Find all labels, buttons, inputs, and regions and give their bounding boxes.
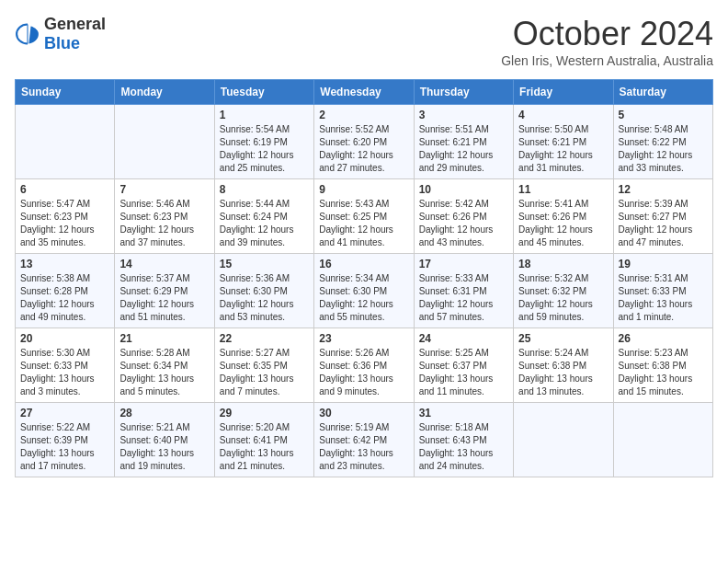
calendar-cell: 3Sunrise: 5:51 AMSunset: 6:21 PMDaylight… — [414, 105, 513, 179]
calendar-cell: 5Sunrise: 5:48 AMSunset: 6:22 PMDaylight… — [613, 105, 712, 179]
day-info: Sunrise: 5:43 AMSunset: 6:25 PMDaylight:… — [319, 198, 408, 249]
day-info: Sunrise: 5:24 AMSunset: 6:38 PMDaylight:… — [518, 347, 608, 398]
day-number: 23 — [319, 332, 408, 345]
day-number: 16 — [319, 258, 408, 270]
day-number: 8 — [220, 183, 309, 196]
day-info: Sunrise: 5:26 AMSunset: 6:36 PMDaylight:… — [319, 347, 408, 398]
day-info: Sunrise: 5:46 AMSunset: 6:23 PMDaylight:… — [119, 198, 209, 249]
weekday-header-sunday: Sunday — [16, 80, 115, 105]
logo-blue: Blue — [44, 34, 80, 52]
day-info: Sunrise: 5:39 AMSunset: 6:27 PMDaylight:… — [619, 198, 708, 249]
logo-icon — [15, 21, 40, 47]
day-number: 13 — [20, 258, 109, 270]
day-number: 11 — [518, 183, 608, 196]
day-info: Sunrise: 5:23 AMSunset: 6:38 PMDaylight:… — [619, 347, 708, 398]
calendar-week-5: 27Sunrise: 5:22 AMSunset: 6:39 PMDayligh… — [16, 403, 713, 477]
day-number: 10 — [419, 183, 508, 196]
day-number: 5 — [619, 109, 708, 121]
calendar-cell: 28Sunrise: 5:21 AMSunset: 6:40 PMDayligh… — [115, 403, 214, 477]
day-number: 30 — [319, 407, 408, 419]
day-info: Sunrise: 5:34 AMSunset: 6:30 PMDaylight:… — [319, 272, 408, 324]
calendar-cell: 1Sunrise: 5:54 AMSunset: 6:19 PMDaylight… — [214, 105, 313, 179]
calendar-cell: 29Sunrise: 5:20 AMSunset: 6:41 PMDayligh… — [214, 403, 313, 477]
day-number: 17 — [419, 258, 508, 270]
location: Glen Iris, Western Australia, Australia — [501, 53, 713, 68]
day-info: Sunrise: 5:54 AMSunset: 6:19 PMDaylight:… — [220, 123, 309, 175]
calendar-cell: 15Sunrise: 5:36 AMSunset: 6:30 PMDayligh… — [214, 254, 313, 328]
weekday-header-saturday: Saturday — [613, 80, 712, 105]
month-title: October 2024 — [501, 15, 713, 53]
day-info: Sunrise: 5:48 AMSunset: 6:22 PMDaylight:… — [619, 123, 708, 175]
calendar-cell: 24Sunrise: 5:25 AMSunset: 6:37 PMDayligh… — [414, 328, 513, 403]
day-info: Sunrise: 5:42 AMSunset: 6:26 PMDaylight:… — [419, 198, 508, 249]
day-number: 14 — [119, 258, 209, 270]
calendar-cell — [613, 403, 712, 477]
calendar-cell: 30Sunrise: 5:19 AMSunset: 6:42 PMDayligh… — [314, 403, 414, 477]
calendar-cell: 22Sunrise: 5:27 AMSunset: 6:35 PMDayligh… — [214, 328, 313, 403]
calendar-week-2: 6Sunrise: 5:47 AMSunset: 6:23 PMDaylight… — [16, 179, 713, 254]
weekday-header-wednesday: Wednesday — [314, 80, 414, 105]
logo: General Blue — [15, 15, 106, 53]
day-number: 26 — [619, 332, 708, 345]
calendar-cell: 16Sunrise: 5:34 AMSunset: 6:30 PMDayligh… — [314, 254, 414, 328]
calendar-cell: 7Sunrise: 5:46 AMSunset: 6:23 PMDaylight… — [115, 179, 214, 254]
calendar-cell: 2Sunrise: 5:52 AMSunset: 6:20 PMDaylight… — [314, 105, 414, 179]
calendar-cell: 11Sunrise: 5:41 AMSunset: 6:26 PMDayligh… — [514, 179, 613, 254]
day-number: 9 — [319, 183, 408, 196]
calendar-week-1: 1Sunrise: 5:54 AMSunset: 6:19 PMDaylight… — [16, 105, 713, 179]
calendar-cell: 8Sunrise: 5:44 AMSunset: 6:24 PMDaylight… — [214, 179, 313, 254]
day-number: 24 — [419, 332, 508, 345]
day-number: 2 — [319, 109, 408, 121]
day-info: Sunrise: 5:18 AMSunset: 6:43 PMDaylight:… — [419, 421, 508, 473]
day-info: Sunrise: 5:44 AMSunset: 6:24 PMDaylight:… — [220, 198, 309, 249]
weekday-header-row: SundayMondayTuesdayWednesdayThursdayFrid… — [16, 80, 713, 105]
day-number: 4 — [518, 109, 608, 121]
calendar-week-4: 20Sunrise: 5:30 AMSunset: 6:33 PMDayligh… — [16, 328, 713, 403]
calendar-cell: 6Sunrise: 5:47 AMSunset: 6:23 PMDaylight… — [16, 179, 115, 254]
day-info: Sunrise: 5:36 AMSunset: 6:30 PMDaylight:… — [220, 272, 309, 324]
calendar-cell: 21Sunrise: 5:28 AMSunset: 6:34 PMDayligh… — [115, 328, 214, 403]
day-number: 6 — [20, 183, 109, 196]
weekday-header-thursday: Thursday — [414, 80, 513, 105]
page-header: General Blue October 2024 Glen Iris, Wes… — [15, 15, 713, 68]
day-info: Sunrise: 5:37 AMSunset: 6:29 PMDaylight:… — [119, 272, 209, 324]
day-info: Sunrise: 5:51 AMSunset: 6:21 PMDaylight:… — [419, 123, 508, 175]
calendar-table: SundayMondayTuesdayWednesdayThursdayFrid… — [15, 79, 713, 477]
day-number: 20 — [20, 332, 109, 345]
day-info: Sunrise: 5:19 AMSunset: 6:42 PMDaylight:… — [319, 421, 408, 473]
calendar-cell: 31Sunrise: 5:18 AMSunset: 6:43 PMDayligh… — [414, 403, 513, 477]
day-info: Sunrise: 5:31 AMSunset: 6:33 PMDaylight:… — [619, 272, 708, 324]
day-info: Sunrise: 5:52 AMSunset: 6:20 PMDaylight:… — [319, 123, 408, 175]
day-number: 12 — [619, 183, 708, 196]
day-number: 19 — [619, 258, 708, 270]
day-number: 1 — [220, 109, 309, 121]
title-area: October 2024 Glen Iris, Western Australi… — [501, 15, 713, 68]
weekday-header-friday: Friday — [514, 80, 613, 105]
day-info: Sunrise: 5:20 AMSunset: 6:41 PMDaylight:… — [220, 421, 309, 473]
logo-general: General — [44, 15, 106, 33]
day-number: 22 — [220, 332, 309, 345]
calendar-cell: 17Sunrise: 5:33 AMSunset: 6:31 PMDayligh… — [414, 254, 513, 328]
day-number: 28 — [119, 407, 209, 419]
calendar-cell: 25Sunrise: 5:24 AMSunset: 6:38 PMDayligh… — [514, 328, 613, 403]
day-info: Sunrise: 5:25 AMSunset: 6:37 PMDaylight:… — [419, 347, 508, 398]
day-info: Sunrise: 5:32 AMSunset: 6:32 PMDaylight:… — [518, 272, 608, 324]
calendar-body: 1Sunrise: 5:54 AMSunset: 6:19 PMDaylight… — [16, 105, 713, 477]
day-number: 29 — [220, 407, 309, 419]
day-number: 7 — [119, 183, 209, 196]
day-info: Sunrise: 5:33 AMSunset: 6:31 PMDaylight:… — [419, 272, 508, 324]
day-number: 21 — [119, 332, 209, 345]
day-info: Sunrise: 5:21 AMSunset: 6:40 PMDaylight:… — [119, 421, 209, 473]
day-info: Sunrise: 5:30 AMSunset: 6:33 PMDaylight:… — [20, 347, 109, 398]
day-number: 27 — [20, 407, 109, 419]
day-info: Sunrise: 5:38 AMSunset: 6:28 PMDaylight:… — [20, 272, 109, 324]
day-info: Sunrise: 5:22 AMSunset: 6:39 PMDaylight:… — [20, 421, 109, 473]
weekday-header-monday: Monday — [115, 80, 214, 105]
day-info: Sunrise: 5:27 AMSunset: 6:35 PMDaylight:… — [220, 347, 309, 398]
calendar-cell: 10Sunrise: 5:42 AMSunset: 6:26 PMDayligh… — [414, 179, 513, 254]
calendar-cell: 27Sunrise: 5:22 AMSunset: 6:39 PMDayligh… — [16, 403, 115, 477]
day-info: Sunrise: 5:41 AMSunset: 6:26 PMDaylight:… — [518, 198, 608, 249]
calendar-cell — [514, 403, 613, 477]
weekday-header-tuesday: Tuesday — [214, 80, 313, 105]
day-number: 3 — [419, 109, 508, 121]
